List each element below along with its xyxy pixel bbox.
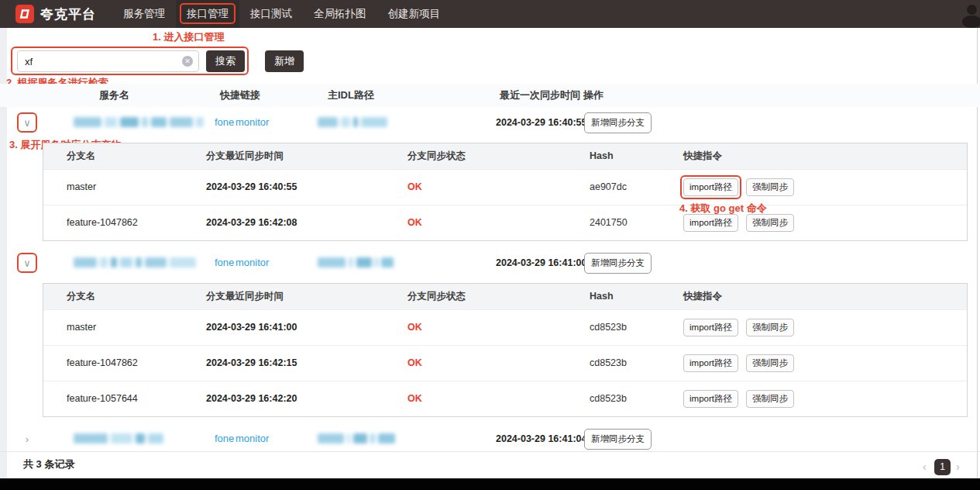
expand-chevron-icon[interactable]: ∨ <box>19 115 35 130</box>
nav-tab-label: 创建新项目 <box>388 8 441 19</box>
user-avatar-icon[interactable] <box>961 3 980 26</box>
redacted-segment <box>170 117 193 127</box>
brand-logo-icon[interactable] <box>15 5 34 23</box>
prev-page-icon[interactable]: ‹ <box>923 461 927 473</box>
quark-logo-glyph <box>18 7 32 21</box>
add-sync-branch-button[interactable]: 新增同步分支 <box>584 429 652 450</box>
nav-tab-label: 全局拓扑图 <box>314 8 366 19</box>
expand-chevron-icon[interactable]: › <box>19 431 35 447</box>
redacted-segment <box>318 433 344 443</box>
force-sync-button[interactable]: 强制同步 <box>746 319 794 336</box>
service-row: ∨ fone monitor 2024-03-29 16:41:00 新增同步分… <box>0 247 980 278</box>
redacted-segment <box>120 257 132 267</box>
redacted-segment <box>74 433 108 443</box>
annotation-step4: 4. 获取 go get 命令 <box>679 202 767 216</box>
nav-tab-label: 接口测试 <box>250 8 292 19</box>
col-branch-sync-status: 分支同步状态 <box>407 284 466 309</box>
annotation-step1: 1. 进入接口管理 <box>153 30 224 44</box>
monitor-link[interactable]: monitor <box>236 423 269 454</box>
col-hash: Hash <box>590 284 614 309</box>
force-sync-button[interactable]: 强制同步 <box>746 214 794 232</box>
last-sync-time: 2024-03-29 16:41:00 <box>496 247 586 278</box>
import-path-button[interactable]: import路径 <box>683 214 738 232</box>
redacted-segment <box>318 117 338 127</box>
add-button[interactable]: 新增 <box>265 50 304 72</box>
col-branch-name: 分支名 <box>67 284 96 309</box>
branch-hash: ae907dc <box>590 170 627 205</box>
service-name-redacted <box>74 257 196 267</box>
redacted-segment <box>145 257 167 267</box>
add-sync-branch-button[interactable]: 新增同步分支 <box>584 112 652 133</box>
branch-hash: cd8523b <box>590 381 627 416</box>
branch-commands: import路径 强制同步 <box>683 319 794 336</box>
branch-sync-time: 2024-03-29 16:42:15 <box>206 346 297 381</box>
branch-sync-time: 2024-03-29 16:41:00 <box>206 310 297 345</box>
branch-name: feature-1047862 <box>67 346 138 381</box>
nav-tab-service-management[interactable]: 服务管理 <box>112 0 176 28</box>
redacted-segment <box>100 257 108 267</box>
import-path-button[interactable]: import路径 <box>683 178 738 196</box>
force-sync-button[interactable]: 强制同步 <box>746 354 794 372</box>
service-row: ∨ fone monitor 2024-03-29 16:40:55 新增同步分… <box>0 107 980 138</box>
redacted-segment <box>136 433 145 443</box>
search-button[interactable]: 搜索 <box>206 50 245 72</box>
redacted-segment <box>341 117 350 127</box>
monitor-link[interactable]: monitor <box>236 247 269 278</box>
branch-sync-status: OK <box>407 346 422 381</box>
branch-name: master <box>67 170 96 205</box>
last-sync-time: 2024-03-29 16:41:04 <box>496 423 586 454</box>
redacted-segment <box>378 433 395 443</box>
search-input[interactable] <box>17 50 199 72</box>
col-quick-commands: 快捷指令 <box>683 284 722 309</box>
expand-chevron-icon[interactable]: ∨ <box>19 255 35 271</box>
monitor-link[interactable]: monitor <box>236 107 269 138</box>
fone-link[interactable]: fone <box>215 247 234 278</box>
col-service-name: 服务名 <box>99 84 129 107</box>
nav-tab-interface-test[interactable]: 接口测试 <box>239 0 303 28</box>
last-sync-time: 2024-03-29 16:40:55 <box>496 107 586 138</box>
idl-path-redacted <box>318 433 395 443</box>
search-field-wrap: ✕ <box>17 50 199 72</box>
redacted-segment <box>347 433 350 443</box>
import-path-button[interactable]: import路径 <box>683 390 738 408</box>
clear-input-icon[interactable]: ✕ <box>182 56 193 67</box>
page-number-button[interactable]: 1 <box>934 459 951 475</box>
redacted-segment <box>381 257 394 267</box>
branch-commands: import路径 强制同步 <box>683 390 794 408</box>
col-idl-path: 主IDL路径 <box>328 84 374 107</box>
nav-tab-interface-management[interactable]: 接口管理 <box>176 0 239 28</box>
nav-tab-create-new-project[interactable]: 创建新项目 <box>377 0 452 28</box>
nav-tab-global-topology[interactable]: 全局拓扑图 <box>303 0 377 28</box>
service-table-header: 服务名 快捷链接 主IDL路径 最近一次同步时间 操作 <box>0 84 980 107</box>
redacted-segment <box>356 257 372 267</box>
redacted-segment <box>370 433 375 443</box>
add-sync-branch-button[interactable]: 新增同步分支 <box>584 253 652 274</box>
redacted-segment <box>142 117 148 127</box>
col-branch-sync-time: 分支最近同步时间 <box>206 284 284 309</box>
nav-tab-label: 服务管理 <box>123 8 165 19</box>
branch-row: feature-1047862 2024-03-29 16:42:15 OK c… <box>43 345 967 381</box>
branch-commands: import路径 强制同步 <box>683 214 794 232</box>
next-page-icon[interactable]: › <box>956 461 960 473</box>
import-path-wrap: import路径 <box>683 390 738 408</box>
force-sync-button[interactable]: 强制同步 <box>746 390 794 408</box>
fone-link[interactable]: fone <box>215 107 234 138</box>
branch-sync-time: 2024-03-29 16:40:55 <box>206 170 297 205</box>
force-sync-button[interactable]: 强制同步 <box>746 178 794 196</box>
branch-name: feature-1057644 <box>67 381 138 416</box>
idl-path-redacted <box>318 257 394 267</box>
fone-link[interactable]: fone <box>215 423 234 454</box>
redacted-segment <box>74 117 101 127</box>
branch-name: master <box>67 310 96 345</box>
redacted-segment <box>148 433 163 443</box>
branch-hash: cd8523b <box>590 310 627 345</box>
service-name-redacted <box>74 117 204 127</box>
import-path-button[interactable]: import路径 <box>683 319 738 336</box>
branch-sync-status: OK <box>407 310 422 345</box>
branch-table: 分支名 分支最近同步时间 分支同步状态 Hash 快捷指令 master 202… <box>43 143 968 241</box>
branch-sync-time: 2024-03-29 16:42:08 <box>206 205 297 240</box>
branch-row: master 2024-03-29 16:40:55 OK ae907dc im… <box>43 169 967 205</box>
redacted-segment <box>151 117 167 127</box>
nav-tab-label: 接口管理 <box>187 8 229 19</box>
import-path-button[interactable]: import路径 <box>683 354 738 372</box>
